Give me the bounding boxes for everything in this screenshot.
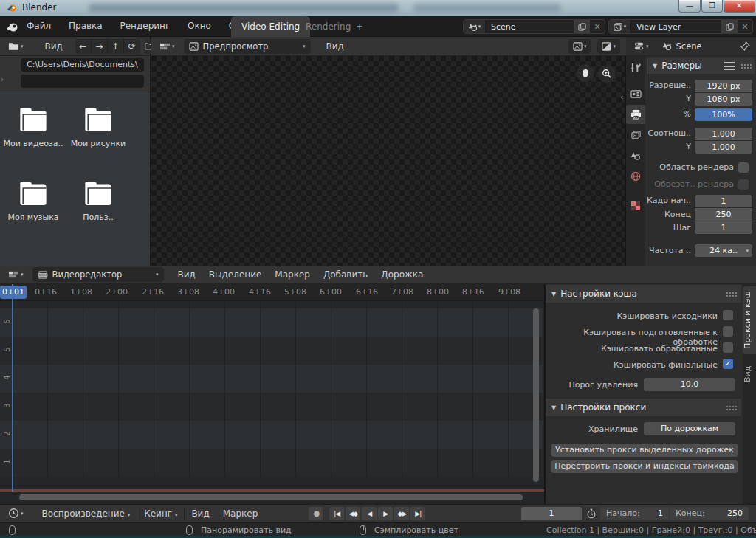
overlays-dropdown-button[interactable]: ▾ <box>597 39 620 54</box>
cache-final-checkbox[interactable]: ✓ <box>723 359 733 369</box>
threshold-field[interactable]: 10.0 <box>644 378 735 391</box>
previous-keyframe-button[interactable]: ◀◆ <box>346 507 360 520</box>
display-mode-dropdown[interactable]: Предпросмотр ▾ <box>184 39 311 54</box>
editor-type-sequencer-button[interactable]: ▾ <box>155 39 179 54</box>
resolution-y-field[interactable]: 1080 px <box>695 93 752 106</box>
copy-icon[interactable] <box>574 20 590 33</box>
storage-dropdown[interactable]: По дорожкам <box>644 422 735 435</box>
setup-proxies-button[interactable]: Установить прокси выделенных дорожек <box>551 444 738 457</box>
editor-type-properties-button[interactable]: ▾ <box>630 39 653 54</box>
panel-drag-dots-icon[interactable] <box>740 63 752 69</box>
editor-type-file-browser-button[interactable]: ▾ <box>4 39 28 54</box>
sequencer-view-menu[interactable]: Вид <box>171 269 202 280</box>
scene-icon[interactable]: ▾ <box>464 20 486 33</box>
close-icon[interactable]: ✕ <box>590 22 605 32</box>
keying-menu[interactable]: Кеинг ▾ <box>137 508 184 519</box>
cache-preprocessed-checkbox[interactable] <box>723 326 733 337</box>
horizontal-scrollbar[interactable] <box>19 494 523 500</box>
workspace-add-tab-button[interactable]: + <box>346 16 374 37</box>
vertical-scrollbar[interactable] <box>533 308 539 482</box>
playback-menu[interactable]: Воспроизведение ▾ <box>35 508 137 519</box>
editor-type-sequencer-button[interactable]: ▾ <box>4 267 28 282</box>
maximize-button[interactable]: ❐ <box>701 0 723 13</box>
current-frame-indicator[interactable]: 0+01 <box>0 286 27 299</box>
menu-render[interactable]: Рендеринг <box>112 16 177 35</box>
close-button[interactable]: ✕ <box>724 0 755 13</box>
rebuild-proxies-button[interactable]: Перестроить прокси и индексы таймкода <box>551 460 738 473</box>
render-region-checkbox[interactable] <box>738 162 749 173</box>
frame-step-field[interactable]: 1 <box>695 221 752 234</box>
folder-item[interactable]: Моя музыка <box>0 179 66 222</box>
folder-item[interactable]: Польз.. <box>65 179 131 222</box>
frame-start-field[interactable]: Начало:1 <box>600 507 669 520</box>
preview-viewport[interactable] <box>151 56 626 266</box>
aspect-y-field[interactable]: 1.000 <box>695 141 752 154</box>
folder-item[interactable]: Мои рисунки <box>65 105 131 148</box>
view-layer-icon[interactable]: ▾ <box>609 20 631 33</box>
scene-name[interactable]: Scene <box>486 22 574 32</box>
file-path-input[interactable]: C:\Users\Denis\Documents\ <box>21 58 144 72</box>
sequencer-marker-menu[interactable]: Маркер <box>268 269 317 280</box>
panel-drag-dots-icon[interactable] <box>726 405 737 410</box>
menu-file[interactable]: Файл <box>19 16 58 35</box>
proxy-panel-header[interactable]: ▼ Настройки прокси <box>546 399 741 416</box>
cache-composite-checkbox[interactable] <box>723 342 733 353</box>
scene-selector[interactable]: ▾ Scene ✕ <box>463 19 605 34</box>
resolution-x-field[interactable]: 1920 px <box>695 80 752 92</box>
view-layer-name[interactable]: View Layer <box>631 22 721 32</box>
tab-tool-properties[interactable] <box>626 58 645 77</box>
up-arrow-icon[interactable]: ↑ <box>108 39 124 54</box>
sequencer-select-menu[interactable]: Выделение <box>202 269 268 280</box>
file-name-input[interactable] <box>21 75 144 88</box>
tab-view[interactable]: Вид <box>743 358 756 390</box>
minimize-button[interactable]: — <box>678 0 701 13</box>
panel-collapse-triangle-icon[interactable]: ▼ <box>551 404 556 411</box>
folder-item[interactable]: Мои видеоза.. <box>0 105 66 148</box>
record-button[interactable]: ● <box>309 507 323 520</box>
region-expand-arrow-icon[interactable]: › <box>1 75 4 83</box>
play-button[interactable]: ▶ <box>378 507 393 520</box>
view-layer-selector[interactable]: ▾ View Layer ✕ <box>608 19 753 34</box>
panel-drag-dots-icon[interactable] <box>726 292 737 297</box>
tab-proxy-cache[interactable]: Прокси и кэш <box>743 286 756 354</box>
next-keyframe-button[interactable]: ◆▶ <box>394 507 409 520</box>
resolution-percent-slider[interactable]: 100% <box>695 108 752 121</box>
frame-start-field[interactable]: 1 <box>695 195 752 207</box>
sidebar-collapse-arrow-icon[interactable]: ‹ <box>620 92 623 102</box>
panel-collapse-triangle-icon[interactable]: ▼ <box>653 63 657 69</box>
zoom-tool-button[interactable] <box>598 65 616 83</box>
cache-panel-header[interactable]: ▼ Настройки кэша <box>546 285 741 303</box>
sequencer-strip-menu[interactable]: Дорожка <box>374 269 430 280</box>
sequencer-add-menu[interactable]: Добавить <box>317 269 374 280</box>
preview-view-menu[interactable]: Вид <box>320 41 351 52</box>
jump-to-end-button[interactable]: ▶| <box>410 507 425 520</box>
panel-collapse-triangle-icon[interactable]: ▼ <box>551 291 556 297</box>
sequencer-track-area[interactable]: 6 5 4 3 2 1 <box>0 301 544 504</box>
playbar-view-menu[interactable]: Вид <box>185 508 216 519</box>
menu-window[interactable]: Окно <box>180 16 219 35</box>
pin-icon[interactable] <box>740 41 750 51</box>
close-icon[interactable]: ✕ <box>738 22 752 32</box>
sequencer-mode-dropdown[interactable]: Видеоредактор ▾ <box>32 267 164 282</box>
editor-type-timeline-button[interactable]: ▾ <box>4 506 28 521</box>
gizmo-dropdown-button[interactable]: ▾ <box>568 39 591 54</box>
presets-list-icon[interactable] <box>724 62 735 70</box>
frame-end-field[interactable]: Конец:250 <box>670 507 749 520</box>
current-frame-field[interactable]: 1 <box>521 507 582 520</box>
refresh-icon[interactable]: ⟳ <box>124 39 140 54</box>
dimensions-panel-header[interactable]: ▼ Размеры <box>647 58 755 74</box>
copy-icon[interactable] <box>721 20 738 33</box>
forward-arrow-icon[interactable]: → <box>92 39 108 54</box>
stopwatch-icon[interactable] <box>586 508 597 519</box>
frame-end-field[interactable]: 250 <box>695 208 752 221</box>
framerate-dropdown[interactable]: 24 ка.. ▾ <box>695 244 752 257</box>
cache-raw-checkbox[interactable] <box>723 310 733 320</box>
menu-edit[interactable]: Правка <box>61 16 110 35</box>
pan-tool-button[interactable] <box>577 64 594 82</box>
play-reverse-button[interactable]: ◀ <box>362 507 377 520</box>
playbar-marker-menu[interactable]: Маркер <box>216 508 265 519</box>
back-arrow-icon[interactable]: ← <box>75 39 92 54</box>
aspect-x-field[interactable]: 1.000 <box>695 128 752 140</box>
playhead-line[interactable] <box>12 284 13 492</box>
file-browser-view-menu[interactable]: Вид <box>38 41 69 52</box>
